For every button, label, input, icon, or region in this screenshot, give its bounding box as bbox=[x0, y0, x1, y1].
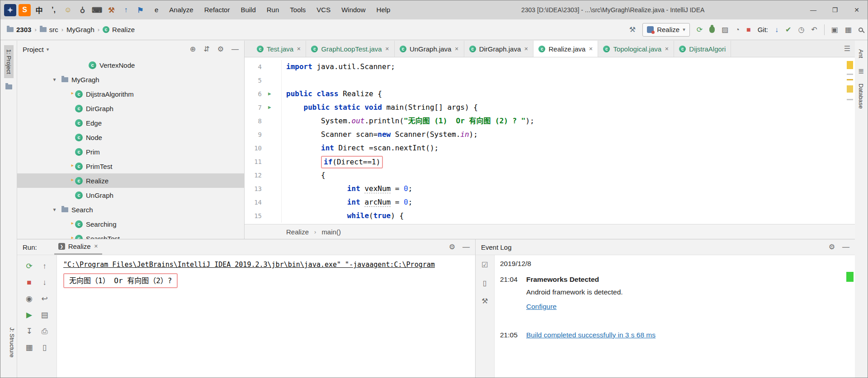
scroll-to-end-icon[interactable]: ↧ bbox=[26, 327, 32, 335]
event-link[interactable]: Configure bbox=[526, 299, 855, 313]
run-tab-realize[interactable]: ❯Realize✕ bbox=[54, 239, 102, 255]
tab-topological-java[interactable]: cTopological.java✕ bbox=[598, 41, 674, 57]
soft-keyboard-icon[interactable]: ⌨ bbox=[91, 4, 103, 16]
rerun-icon[interactable]: ⟳ bbox=[26, 262, 32, 270]
tab-dijstraalgori[interactable]: cDijstraAlgori bbox=[674, 41, 731, 57]
menu-analyze[interactable]: Analyze bbox=[164, 0, 198, 19]
hide-panel-icon[interactable]: — bbox=[842, 243, 849, 251]
breadcrumb-2303[interactable]: 2303 bbox=[7, 26, 31, 33]
close-button[interactable]: ✕ bbox=[846, 0, 868, 19]
breadcrumb-src[interactable]: src bbox=[40, 26, 58, 33]
minimize-button[interactable]: — bbox=[802, 0, 824, 19]
build-hammer-icon[interactable]: ⚒ bbox=[629, 26, 636, 33]
print-icon[interactable]: ⎙ bbox=[42, 327, 48, 335]
stripe-structure-button[interactable]: J: Structure bbox=[0, 323, 17, 361]
coverage-icon[interactable]: ▨ bbox=[722, 26, 728, 33]
find-in-files-icon[interactable]: ▣ bbox=[831, 26, 838, 33]
editor-breadcrumb-item[interactable]: main() bbox=[321, 228, 341, 236]
mark-read-icon[interactable]: ☑ bbox=[481, 261, 488, 269]
run-line-icon[interactable]: ▶ bbox=[268, 87, 271, 101]
prev-occurrence-icon[interactable]: ↑ bbox=[42, 262, 47, 270]
profiler-icon[interactable]: ◔ bbox=[735, 26, 740, 33]
project-panel-title[interactable]: Project▾ bbox=[23, 46, 49, 53]
run-console[interactable]: "C:\Program Files\JetBrains\IntelliJ IDE… bbox=[57, 255, 475, 378]
clear-console-icon[interactable]: ▯ bbox=[42, 344, 47, 351]
git-commit-icon[interactable]: ✔ bbox=[785, 26, 791, 33]
tree-item-mygragh[interactable]: ▾MyGragh bbox=[17, 72, 244, 87]
breadcrumb-mygragh[interactable]: MyGragh bbox=[66, 26, 94, 33]
menu-vcs[interactable]: VCS bbox=[311, 0, 336, 19]
settings-icon[interactable]: ⚙ bbox=[829, 243, 835, 251]
toolbox-icon[interactable]: ⚒ bbox=[105, 4, 118, 16]
code-editor[interactable]: 4import java.util.Scanner;56▶public clas… bbox=[245, 57, 855, 224]
run-dashboard-icon[interactable]: ▶ bbox=[26, 311, 32, 319]
close-icon[interactable]: ✕ bbox=[524, 46, 528, 52]
run-line-icon[interactable]: ▶ bbox=[268, 101, 271, 114]
settings-icon[interactable]: ⚙ bbox=[217, 46, 224, 53]
clear-log-icon[interactable]: ▯ bbox=[483, 280, 487, 287]
stripe-project-button[interactable]: 1: Project bbox=[4, 45, 14, 78]
punctuation-mode-icon[interactable]: ’, bbox=[47, 4, 60, 16]
editor-breadcrumb-item[interactable]: Realize bbox=[286, 228, 309, 236]
menu-tools[interactable]: Tools bbox=[284, 0, 311, 19]
stop-icon[interactable]: ■ bbox=[27, 279, 31, 286]
tree-item-edge[interactable]: cEdge bbox=[17, 116, 244, 130]
editor-scrollbar[interactable] bbox=[844, 57, 855, 224]
close-icon[interactable]: ✕ bbox=[589, 46, 593, 52]
upload-icon[interactable]: ↑ bbox=[120, 4, 132, 16]
rerun-app-icon[interactable]: ⟳ bbox=[697, 26, 703, 33]
restore-button[interactable]: ❐ bbox=[824, 0, 846, 19]
git-rollback-icon[interactable]: ↶ bbox=[811, 26, 817, 33]
cn-input-mode-icon[interactable]: 中 bbox=[33, 4, 45, 16]
tree-item-search[interactable]: ▾Search bbox=[17, 202, 244, 217]
git-history-icon[interactable]: ◷ bbox=[798, 26, 804, 33]
menu-build[interactable]: Build bbox=[235, 0, 261, 19]
close-icon[interactable]: ✕ bbox=[454, 46, 458, 52]
stop-icon[interactable]: ■ bbox=[746, 26, 751, 33]
menu-refactor[interactable]: Refactor bbox=[199, 0, 236, 19]
tree-item-ungraph[interactable]: cUnGraph bbox=[17, 188, 244, 202]
flag-icon[interactable]: ⚑ bbox=[134, 4, 146, 16]
next-occurrence-icon[interactable]: ↓ bbox=[42, 279, 47, 286]
close-icon[interactable]: ✕ bbox=[94, 243, 98, 249]
tree-item-realize[interactable]: c▸Realize bbox=[17, 173, 244, 188]
tree-item-vertexnode[interactable]: cVertexNode bbox=[17, 58, 244, 72]
menu-overflow[interactable]: e bbox=[149, 0, 164, 19]
close-icon[interactable]: ✕ bbox=[297, 46, 301, 52]
tree-item-dijstraalgorithm[interactable]: c▸DijstraAlgorithm bbox=[17, 87, 244, 101]
tab-graphlooptest-java[interactable]: cGraphLoopTest.java✕ bbox=[306, 41, 394, 57]
event-link[interactable]: Build completed successfully in 3 s 68 m… bbox=[526, 328, 656, 342]
tree-item-node[interactable]: cNode bbox=[17, 130, 244, 145]
hide-panel-icon[interactable]: — bbox=[231, 46, 239, 53]
search-everywhere-icon[interactable] bbox=[859, 28, 863, 32]
git-update-icon[interactable]: ↓ bbox=[775, 26, 778, 33]
close-icon[interactable]: ✕ bbox=[665, 46, 669, 52]
ide-taskbar-icon[interactable]: ✦ bbox=[4, 4, 16, 16]
restore-layout-icon[interactable]: ▦ bbox=[25, 344, 33, 351]
soft-wrap-icon[interactable]: ↩ bbox=[41, 295, 47, 303]
menu-run[interactable]: Run bbox=[261, 0, 285, 19]
tab-ungraph-java[interactable]: cUnGraph.java✕ bbox=[395, 41, 464, 57]
hide-panel-icon[interactable]: — bbox=[462, 243, 470, 251]
tree-item-dirgraph[interactable]: cDirGraph bbox=[17, 101, 244, 116]
stripe-database-button[interactable]: Database bbox=[856, 79, 866, 113]
log-settings-icon[interactable]: ⚒ bbox=[481, 298, 488, 305]
tree-item-searchtest[interactable]: c▸SearchTest bbox=[17, 231, 244, 239]
settings-icon[interactable]: ⚙ bbox=[449, 243, 455, 251]
emoji-picker-icon[interactable]: ☺ bbox=[62, 4, 74, 16]
run-config-selector[interactable]: Realize▾ bbox=[642, 23, 690, 37]
close-icon[interactable]: ✕ bbox=[385, 46, 389, 52]
tab-dirgraph-java[interactable]: cDirGraph.java✕ bbox=[464, 41, 534, 57]
hidden-tabs-icon[interactable]: ☰ bbox=[844, 45, 850, 52]
tab-test-java[interactable]: cTest.java✕ bbox=[252, 41, 306, 57]
view-options-icon[interactable]: ⇵ bbox=[203, 46, 209, 53]
capture-snapshot-icon[interactable]: ◉ bbox=[26, 295, 33, 303]
window-layout-icon[interactable]: ▦ bbox=[845, 26, 852, 33]
tree-item-primtest[interactable]: c▸PrimTest bbox=[17, 159, 244, 173]
console-settings-icon[interactable]: ▤ bbox=[41, 311, 48, 319]
breadcrumb-realize[interactable]: cRealize bbox=[103, 26, 135, 33]
tree-item-searching[interactable]: c▸Searching bbox=[17, 217, 244, 231]
locate-file-icon[interactable]: ⊕ bbox=[190, 46, 196, 53]
sogou-input-icon[interactable]: S bbox=[19, 4, 31, 16]
stripe-ant-button[interactable]: Ant bbox=[856, 45, 866, 62]
